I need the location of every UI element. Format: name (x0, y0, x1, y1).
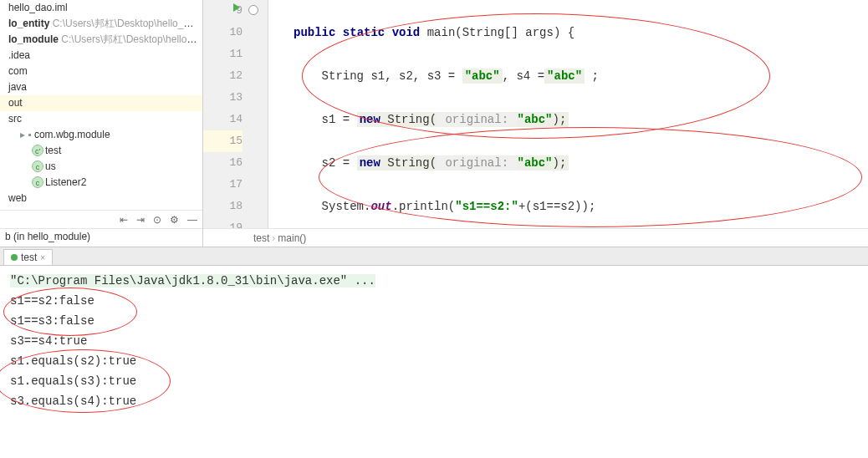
line-number[interactable]: 9 (203, 0, 243, 22)
tree-item-class[interactable]: cus (0, 159, 202, 175)
close-icon[interactable]: × (40, 253, 45, 262)
project-tree[interactable]: hello_dao.iml lo_entity C:\Users\邦杠\Desk… (0, 0, 202, 210)
code-area[interactable]: public static void main(String[] args) {… (268, 0, 868, 228)
line-number[interactable]: 15 (203, 130, 243, 152)
run-icon[interactable] (233, 3, 240, 12)
code-editor: 9 10 11 12 13 14 15 16 17 18 19 public s… (203, 0, 868, 247)
breadcrumb-item[interactable]: main() (278, 232, 306, 244)
line-number[interactable]: 14 (203, 109, 243, 130)
tree-item-class[interactable]: c'test (0, 143, 202, 159)
run-tab[interactable]: test × (3, 249, 53, 265)
tree-item-class[interactable]: cListener2 (0, 175, 202, 191)
run-status-icon (11, 254, 18, 261)
override-icon[interactable] (248, 5, 258, 15)
console-line: s1==s2:false (10, 291, 858, 311)
tree-item[interactable]: java (0, 79, 202, 95)
line-number[interactable]: 12 (203, 65, 243, 87)
project-sidebar: hello_dao.iml lo_entity C:\Users\邦杠\Desk… (0, 0, 203, 247)
console-line: s1==s3:false (10, 311, 858, 331)
tree-item[interactable]: src (0, 111, 202, 127)
hide-icon[interactable]: — (187, 214, 197, 226)
folder-icon: ▸ ▪ (20, 129, 34, 140)
console-line: s3==s4:true (10, 331, 858, 351)
line-number[interactable]: 10 (203, 22, 243, 43)
sidebar-toolbar: ⇤ ⇥ ⊙ ⚙ — (0, 210, 202, 228)
target-icon[interactable]: ⊙ (153, 214, 161, 226)
tree-item[interactable]: hello_dao.iml (0, 0, 202, 16)
tree-item[interactable]: web (0, 191, 202, 206)
line-number[interactable]: 16 (203, 152, 243, 174)
class-icon: c (32, 160, 43, 172)
breadcrumb-item[interactable]: test (253, 232, 269, 244)
run-panel: test × "C:\Program Files\Java\jdk1.8.0_3… (0, 247, 868, 439)
tree-item[interactable]: .idea (0, 48, 202, 64)
tree-item[interactable]: com (0, 64, 202, 79)
run-tabs: test × (0, 247, 868, 266)
collapse-icon[interactable]: ⇤ (120, 214, 128, 226)
tree-item[interactable]: lo_module C:\Users\邦杠\Desktop\hello_modu… (0, 32, 202, 48)
console-line: "C:\Program Files\Java\jdk1.8.0_31\bin\j… (10, 271, 858, 291)
console-output[interactable]: "C:\Program Files\Java\jdk1.8.0_31\bin\j… (0, 266, 868, 439)
line-number[interactable]: 17 (203, 174, 243, 196)
class-icon: c (32, 176, 43, 188)
tree-item-package[interactable]: ▸ ▪ com.wbg.module (0, 127, 202, 143)
tree-item-out[interactable]: out (0, 95, 202, 111)
line-number[interactable]: 18 (203, 196, 243, 217)
sidebar-footer: b (in hello_module) (0, 228, 202, 247)
class-icon: c' (32, 145, 43, 156)
expand-icon[interactable]: ⇥ (136, 214, 145, 226)
line-number[interactable]: 19 (203, 217, 243, 228)
gear-icon[interactable]: ⚙ (170, 214, 179, 226)
console-line: s1.equals(s2):true (10, 351, 858, 371)
line-number[interactable]: 13 (203, 87, 243, 109)
tree-item[interactable]: lo_entity C:\Users\邦杠\Desktop\hello_enti… (0, 16, 202, 32)
gutter[interactable]: 9 10 11 12 13 14 15 16 17 18 19 (203, 0, 268, 228)
line-number[interactable]: 11 (203, 43, 243, 65)
breadcrumb[interactable]: test›main() (203, 228, 868, 247)
console-line: s3.equals(s4):true (10, 391, 858, 411)
console-line: s1.equals(s3):true (10, 371, 858, 391)
